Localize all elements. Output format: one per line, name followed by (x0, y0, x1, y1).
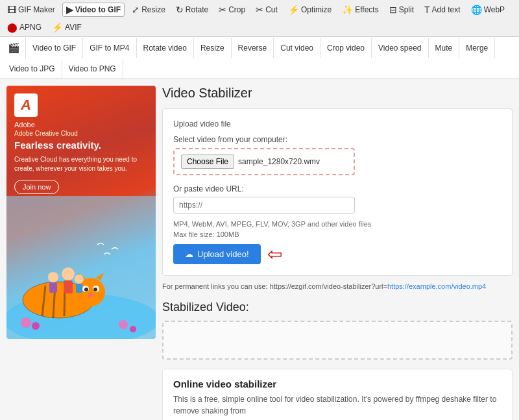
permanent-link: For permanent links you can use: https:/… (162, 282, 513, 290)
toolbar-avif[interactable]: ⚡ AVIF (49, 21, 85, 34)
cut-icon: ✂ (256, 5, 263, 15)
svg-point-11 (93, 288, 97, 291)
nav-reverse[interactable]: Reverse (232, 38, 274, 58)
ad-sub: Adobe Creative Cloud (14, 130, 148, 137)
svg-point-21 (21, 317, 31, 328)
toolbar-rotate[interactable]: ↻ Rotate (173, 3, 211, 16)
info-body: This is a free, simple online tool for v… (173, 393, 501, 417)
nav-bar: 🎬 Video to GIF GIF to MP4 Rotate video R… (0, 37, 519, 79)
svg-rect-20 (76, 284, 82, 293)
avif-icon: ⚡ (52, 22, 63, 32)
adobe-logo: A (14, 93, 38, 117)
effects-icon: ✨ (342, 5, 353, 15)
ad-brand: Adobe (14, 121, 148, 129)
top-toolbar: 🎞 GIF Maker ▶ Video to GIF ⤢ Resize ↻ Ro… (0, 0, 519, 37)
nav-resize[interactable]: Resize (194, 38, 232, 58)
svg-point-23 (119, 320, 128, 329)
stabilized-video-box (162, 321, 513, 360)
upload-btn-row: ☁ Upload video! ⇦ (173, 243, 501, 265)
nav-cut-video[interactable]: Cut video (274, 38, 320, 58)
film-icon: 🎬 (3, 37, 26, 59)
page-title: Video Stabilizer (162, 86, 513, 101)
upload-box-title: Upload video file (173, 119, 501, 129)
add-text-icon: T (424, 5, 430, 15)
svg-point-12 (88, 293, 93, 297)
ad-join-button[interactable]: Join now (14, 180, 59, 194)
arrow-indicator: ⇦ (267, 243, 282, 265)
rotate-icon: ↻ (176, 5, 184, 15)
toolbar-webp[interactable]: 🌐 WebP (468, 3, 508, 16)
svg-rect-18 (49, 282, 57, 293)
gif-maker-icon: 🎞 (7, 5, 16, 15)
nav-merge[interactable]: Merge (459, 38, 495, 58)
resize-icon: ⤢ (132, 5, 139, 15)
stabilized-section: Stabilized Video: Online video stabilize… (162, 301, 513, 420)
ad-headline: Fearless creativity. (14, 140, 148, 151)
upload-button[interactable]: ☁ Upload video! (173, 244, 261, 264)
nav-video-speed[interactable]: Video speed (372, 38, 429, 58)
svg-point-24 (130, 326, 136, 332)
toolbar-video-to-gif[interactable]: ▶ Video to GIF (62, 3, 125, 17)
webp-icon: 🌐 (471, 5, 482, 15)
nav-crop-video[interactable]: Crop video (320, 38, 372, 58)
file-input-row: Choose File sample_1280x720.wmv (173, 148, 355, 175)
toolbar-crop[interactable]: ✂ Crop (215, 3, 248, 16)
nav-rotate-video[interactable]: Rotate video (137, 38, 194, 58)
optimize-icon: ⚡ (288, 5, 299, 15)
svg-point-17 (48, 272, 58, 282)
toolbar-effects[interactable]: ✨ Effects (339, 3, 381, 16)
toolbar-optimize[interactable]: ⚡ Optimize (285, 3, 335, 16)
svg-point-10 (84, 288, 88, 291)
nav-mute[interactable]: Mute (429, 38, 460, 58)
formats-text: MP4, WebM, AVI, MPEG, FLV, MOV, 3GP and … (173, 220, 501, 228)
ad-panel: A Adobe Adobe Creative Cloud Fearless cr… (6, 86, 156, 339)
info-box: Online video stabilizer This is a free, … (162, 369, 513, 420)
main-content: A Adobe Adobe Creative Cloud Fearless cr… (0, 79, 519, 420)
toolbar-resize[interactable]: ⤢ Resize (128, 3, 169, 16)
choose-file-button[interactable]: Choose File (181, 154, 234, 169)
svg-point-22 (32, 322, 40, 330)
upload-cloud-icon: ☁ (185, 249, 193, 259)
apng-icon: ⬤ (7, 22, 18, 32)
nav-gif-to-mp4[interactable]: GIF to MP4 (83, 38, 136, 58)
toolbar-cut[interactable]: ✂ Cut (252, 3, 281, 16)
url-label: Or paste video URL: (173, 184, 501, 193)
url-input[interactable] (173, 197, 355, 214)
max-size-text: Max file size: 100MB (173, 230, 501, 238)
permanent-link-url[interactable]: https://example.com/video.mp4 (387, 282, 486, 290)
ad-body: Creative Cloud has everything you need t… (14, 155, 148, 173)
toolbar-apng[interactable]: ⬤ APNG (4, 21, 45, 34)
toolbar-gif-maker[interactable]: 🎞 GIF Maker (4, 3, 58, 16)
svg-rect-16 (64, 280, 73, 293)
select-label: Select video from your computer: (173, 135, 501, 144)
nav-video-to-jpg[interactable]: Video to JPG (3, 59, 62, 79)
info-title: Online video stabilizer (173, 378, 501, 389)
right-content: Video Stabilizer Upload video file Selec… (162, 86, 513, 420)
nav-video-to-gif[interactable]: Video to GIF (26, 38, 83, 58)
toolbar-split[interactable]: ⊟ Split (386, 3, 417, 16)
file-name-display: sample_1280x720.wmv (238, 157, 320, 166)
toolbar-add-text[interactable]: T Add text (421, 3, 464, 16)
stabilized-title: Stabilized Video: (162, 301, 513, 314)
upload-box: Upload video file Select video from your… (162, 108, 513, 276)
nav-video-to-png[interactable]: Video to PNG (62, 59, 123, 79)
video-to-gif-icon: ▶ (66, 5, 73, 15)
split-icon: ⊟ (389, 5, 397, 15)
svg-point-19 (75, 275, 84, 284)
svg-point-15 (62, 267, 75, 280)
crop-icon: ✂ (219, 5, 226, 15)
ad-illustration (6, 196, 156, 339)
